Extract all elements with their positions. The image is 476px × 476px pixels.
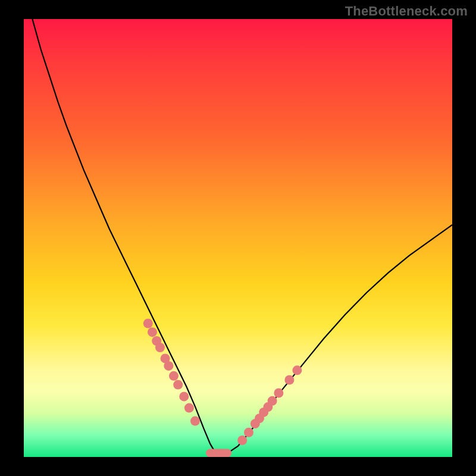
chart-frame: TheBottleneck.com xyxy=(0,0,476,476)
plot-area xyxy=(24,19,452,457)
valley-pill xyxy=(206,449,231,457)
scatter-dot xyxy=(148,327,157,337)
bottleneck-curve xyxy=(32,19,452,455)
scatter-dot xyxy=(184,403,194,413)
scatter-dot xyxy=(292,365,302,375)
scatter-dot xyxy=(268,396,277,406)
scatter-dot xyxy=(164,361,173,371)
scatter-dot xyxy=(179,392,189,401)
watermark-text: TheBottleneck.com xyxy=(345,4,468,19)
scatter-dot xyxy=(190,416,200,426)
scatter-points xyxy=(143,319,302,446)
scatter-dot xyxy=(244,428,253,437)
chart-svg xyxy=(24,19,452,457)
scatter-dot xyxy=(169,371,178,381)
scatter-dot xyxy=(237,436,247,445)
scatter-dot xyxy=(284,375,294,385)
scatter-dot xyxy=(143,319,153,328)
scatter-dot xyxy=(155,343,165,352)
scatter-dot xyxy=(173,380,183,390)
scatter-dot xyxy=(274,389,283,398)
